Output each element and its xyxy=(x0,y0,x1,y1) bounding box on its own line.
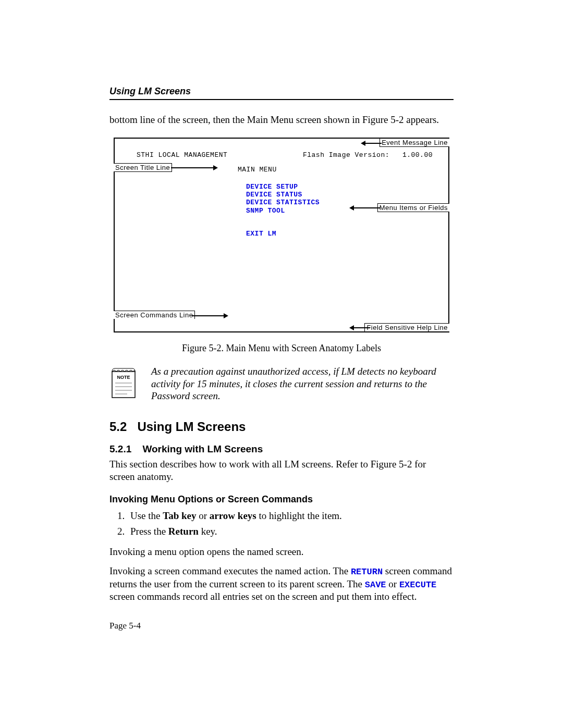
arrow-icon xyxy=(349,206,381,209)
callout-menu-items: Menu Items or Fields xyxy=(377,203,449,212)
fig-main-menu-title: MAIN MENU xyxy=(238,166,277,174)
note-icon: NOTE xyxy=(109,365,140,400)
fig-menu-item[interactable]: SNMP TOOL xyxy=(246,207,320,215)
content-column: Using LM Screens bottom line of the scre… xyxy=(109,86,454,631)
para-a: Invoking a menu option opens the named s… xyxy=(109,546,454,558)
intro-paragraph: bottom line of the screen, then the Main… xyxy=(109,114,454,126)
note-block: NOTE As a precaution against unauthorize… xyxy=(109,365,454,406)
step-key: Return xyxy=(168,526,199,537)
cmd-execute: EXECUTE xyxy=(399,580,436,590)
subsection-number: 5.2.1 xyxy=(109,443,131,454)
step-text: key. xyxy=(199,526,217,537)
arrow-icon xyxy=(171,166,218,169)
arrow-icon xyxy=(361,142,382,145)
step-key: arrow keys xyxy=(210,510,256,521)
callout-event-msg-line: Event Message Line xyxy=(380,139,449,147)
arrow-icon xyxy=(349,326,370,329)
arrow-icon xyxy=(192,314,228,317)
fig-header-left: STHI LOCAL MANAGEMENT xyxy=(137,151,227,159)
subsection-heading: 5.2.1 Working with LM Screens xyxy=(109,443,454,455)
fig-menu-item[interactable]: DEVICE STATUS xyxy=(246,191,320,199)
para-text: screen commands record all entries set o… xyxy=(109,591,417,602)
running-header: Using LM Screens xyxy=(109,86,454,100)
step-key: Tab key xyxy=(163,510,196,521)
para-b: Invoking a screen command executes the n… xyxy=(109,565,454,602)
para-text: Invoking a screen command executes the n… xyxy=(109,565,351,576)
fig-menu-items: DEVICE SETUP DEVICE STATUS DEVICE STATIS… xyxy=(246,183,320,215)
subsection-intro: This section describes how to work with … xyxy=(109,458,454,483)
invoke-heading: Invoking Menu Options or Screen Commands xyxy=(109,494,454,505)
figure-main-menu: STHI LOCAL MANAGEMENT Flash Image Versio… xyxy=(114,138,449,332)
note-text: As a precaution against unauthorized acc… xyxy=(151,365,454,402)
step-text: Use the xyxy=(130,510,163,521)
fig-header-right: Flash Image Version: 1.00.00 xyxy=(303,151,433,159)
fig-exit-item[interactable]: EXIT LM xyxy=(246,230,276,238)
cmd-return: RETURN xyxy=(351,567,383,577)
step-text: Press the xyxy=(130,526,168,537)
step-1: Use the Tab key or arrow keys to highlig… xyxy=(127,509,454,523)
page-number: Page 5-4 xyxy=(109,621,454,631)
step-text: or xyxy=(197,510,210,521)
figure-caption: Figure 5-2. Main Menu with Screen Anatom… xyxy=(109,343,454,354)
subsection-title: Working with LM Screens xyxy=(142,443,263,454)
step-2: Press the Return key. xyxy=(127,525,454,538)
cmd-save: SAVE xyxy=(365,580,386,590)
fig-header-right-version: 1.00.00 xyxy=(402,151,433,159)
section-number: 5.2 xyxy=(109,419,127,434)
step-text: to highlight the item. xyxy=(256,510,342,521)
callout-help-line: Field Sensitive Help Line xyxy=(364,323,449,331)
fig-menu-item[interactable]: DEVICE STATISTICS xyxy=(246,199,320,206)
page: Using LM Screens bottom line of the scre… xyxy=(0,0,563,728)
para-text: or xyxy=(386,578,399,589)
steps-list: Use the Tab key or arrow keys to highlig… xyxy=(109,509,454,538)
note-badge-text: NOTE xyxy=(117,375,130,380)
fig-header-right-label: Flash Image Version: xyxy=(303,151,389,159)
section-heading: 5.2 Using LM Screens xyxy=(109,419,454,434)
fig-menu-item[interactable]: DEVICE SETUP xyxy=(246,183,320,191)
callout-screen-title-line: Screen Title Line xyxy=(114,163,172,172)
section-title: Using LM Screens xyxy=(137,419,246,434)
callout-commands-line: Screen Commands Line xyxy=(114,311,195,319)
